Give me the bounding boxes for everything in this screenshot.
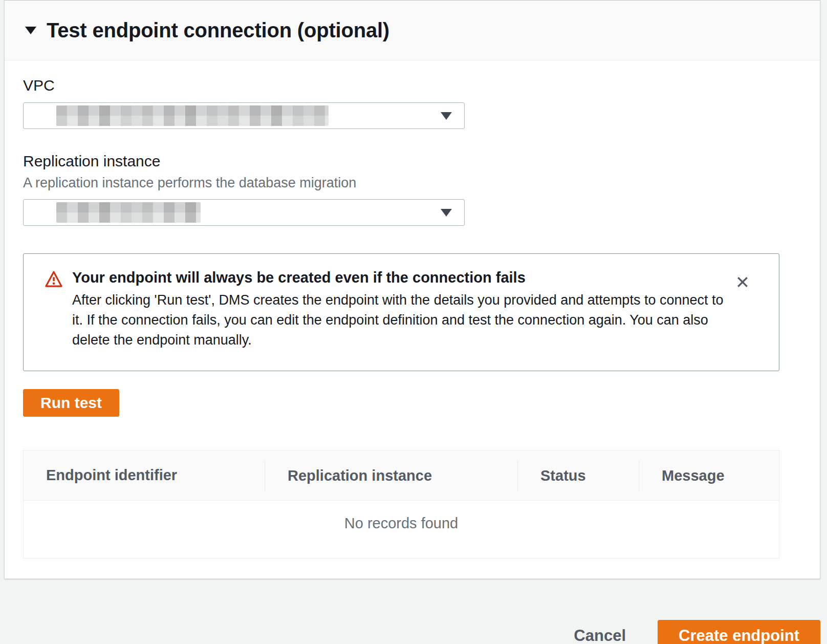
table-body: No records found [24, 501, 779, 558]
redacted-vpc-value [56, 105, 329, 126]
triangle-down-icon [25, 27, 36, 34]
empty-table-message: No records found [344, 515, 458, 532]
create-endpoint-button[interactable]: Create endpoint [658, 620, 820, 644]
vpc-field: VPC [23, 77, 801, 129]
replication-instance-description: A replication instance performs the data… [23, 175, 801, 191]
run-test-button[interactable]: Run test [23, 389, 119, 417]
form-footer: Cancel Create endpoint [0, 620, 820, 644]
table-header-row: Endpoint identifier Replication instance… [24, 450, 779, 501]
column-header-endpoint-identifier: Endpoint identifier [24, 467, 265, 484]
alert-title: Your endpoint will always be created eve… [72, 269, 733, 286]
vpc-select[interactable] [23, 102, 465, 129]
alert-body: After clicking 'Run test', DMS creates t… [72, 290, 733, 350]
warning-alert: Your endpoint will always be created eve… [23, 253, 779, 371]
replication-instance-field: Replication instance A replication insta… [23, 153, 801, 226]
test-results-table: Endpoint identifier Replication instance… [23, 450, 779, 559]
section-header[interactable]: Test endpoint connection (optional) [5, 1, 820, 60]
cancel-button[interactable]: Cancel [574, 627, 626, 644]
alert-content: Your endpoint will always be created eve… [72, 269, 733, 350]
chevron-down-icon [441, 209, 452, 217]
close-icon[interactable] [733, 272, 752, 292]
vpc-label: VPC [23, 77, 801, 94]
column-header-replication-instance: Replication instance [265, 460, 517, 491]
chevron-down-icon [441, 112, 452, 120]
section-body: VPC Replication instance A replication i… [5, 60, 820, 578]
section-title: Test endpoint connection (optional) [47, 19, 389, 42]
warning-triangle-icon [45, 270, 63, 290]
column-header-message: Message [639, 460, 779, 491]
column-header-status: Status [517, 460, 639, 491]
replication-instance-label: Replication instance [23, 153, 801, 170]
test-endpoint-section: Test endpoint connection (optional) VPC … [4, 0, 820, 579]
redacted-replication-instance-value [56, 202, 201, 223]
replication-instance-select[interactable] [23, 199, 465, 226]
